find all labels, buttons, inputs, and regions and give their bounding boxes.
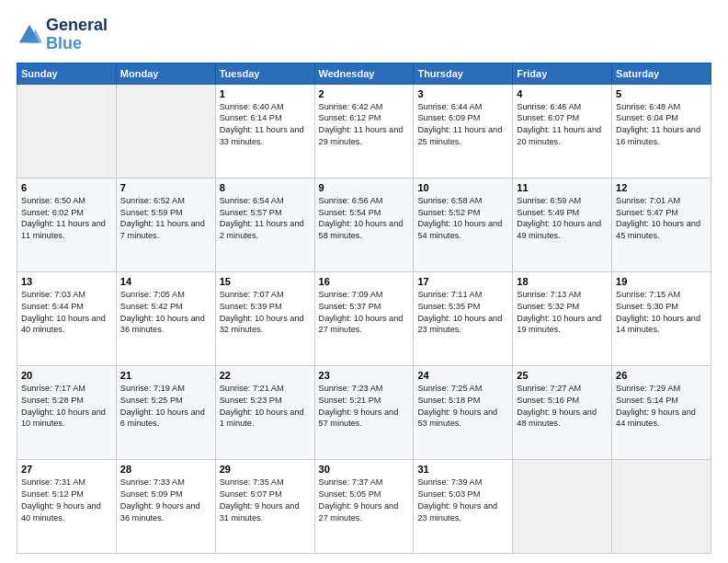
calendar-cell: 8Sunrise: 6:54 AMSunset: 5:57 PMDaylight…: [215, 178, 314, 271]
calendar-cell: 19Sunrise: 7:15 AMSunset: 5:30 PMDayligh…: [612, 271, 711, 365]
col-header-wednesday: Wednesday: [314, 63, 414, 84]
day-number: 23: [319, 370, 410, 381]
day-info: Sunrise: 6:56 AMSunset: 5:54 PMDaylight:…: [319, 195, 410, 243]
calendar-cell: 18Sunrise: 7:13 AMSunset: 5:32 PMDayligh…: [513, 271, 612, 365]
day-number: 15: [220, 276, 311, 287]
calendar-cell: 29Sunrise: 7:35 AMSunset: 5:07 PMDayligh…: [215, 459, 314, 553]
day-number: 8: [220, 182, 311, 193]
calendar-cell: 7Sunrise: 6:52 AMSunset: 5:59 PMDaylight…: [116, 178, 215, 271]
day-number: 17: [417, 276, 508, 287]
calendar-cell: 11Sunrise: 6:59 AMSunset: 5:49 PMDayligh…: [513, 178, 612, 271]
col-header-thursday: Thursday: [414, 63, 513, 84]
day-info: Sunrise: 6:44 AMSunset: 6:09 PMDaylight:…: [417, 101, 508, 149]
day-info: Sunrise: 6:46 AMSunset: 6:07 PMDaylight:…: [517, 101, 608, 149]
day-number: 31: [417, 464, 508, 475]
day-number: 21: [120, 370, 211, 381]
calendar-cell: [612, 459, 711, 553]
calendar-cell: 28Sunrise: 7:33 AMSunset: 5:09 PMDayligh…: [116, 459, 215, 553]
day-number: 28: [120, 464, 211, 475]
header: General Blue: [17, 17, 711, 53]
day-info: Sunrise: 7:11 AMSunset: 5:35 PMDaylight:…: [417, 289, 508, 337]
calendar-cell: 2Sunrise: 6:42 AMSunset: 6:12 PMDaylight…: [314, 84, 414, 178]
calendar-cell: 9Sunrise: 6:56 AMSunset: 5:54 PMDaylight…: [314, 178, 414, 271]
logo-text: General Blue: [46, 17, 108, 53]
day-number: 2: [319, 88, 410, 99]
day-info: Sunrise: 7:07 AMSunset: 5:39 PMDaylight:…: [220, 289, 311, 337]
day-info: Sunrise: 7:37 AMSunset: 5:05 PMDaylight:…: [319, 477, 410, 524]
day-info: Sunrise: 7:17 AMSunset: 5:28 PMDaylight:…: [21, 383, 112, 431]
day-number: 20: [21, 370, 112, 381]
calendar-cell: 12Sunrise: 7:01 AMSunset: 5:47 PMDayligh…: [612, 178, 711, 271]
col-header-saturday: Saturday: [612, 63, 711, 84]
day-info: Sunrise: 7:03 AMSunset: 5:44 PMDaylight:…: [21, 289, 112, 337]
logo: General Blue: [17, 17, 108, 53]
calendar-cell: 14Sunrise: 7:05 AMSunset: 5:42 PMDayligh…: [116, 271, 215, 365]
calendar-cell: 1Sunrise: 6:40 AMSunset: 6:14 PMDaylight…: [215, 84, 314, 178]
day-number: 16: [319, 276, 410, 287]
day-info: Sunrise: 7:23 AMSunset: 5:21 PMDaylight:…: [319, 383, 410, 431]
day-number: 3: [417, 88, 508, 99]
day-number: 25: [517, 370, 608, 381]
day-info: Sunrise: 7:27 AMSunset: 5:16 PMDaylight:…: [517, 383, 608, 431]
day-info: Sunrise: 6:42 AMSunset: 6:12 PMDaylight:…: [319, 101, 410, 149]
calendar-body: 1Sunrise: 6:40 AMSunset: 6:14 PMDaylight…: [17, 84, 711, 553]
calendar-cell: 21Sunrise: 7:19 AMSunset: 5:25 PMDayligh…: [116, 365, 215, 459]
calendar-cell: 22Sunrise: 7:21 AMSunset: 5:23 PMDayligh…: [215, 365, 314, 459]
day-number: 4: [517, 88, 608, 99]
day-number: 14: [120, 276, 211, 287]
calendar-cell: 10Sunrise: 6:58 AMSunset: 5:52 PMDayligh…: [414, 178, 513, 271]
day-number: 7: [120, 182, 211, 193]
day-info: Sunrise: 6:54 AMSunset: 5:57 PMDaylight:…: [220, 195, 311, 243]
col-header-sunday: Sunday: [17, 63, 117, 84]
day-number: 9: [319, 182, 410, 193]
day-number: 26: [616, 370, 707, 381]
day-info: Sunrise: 7:31 AMSunset: 5:12 PMDaylight:…: [21, 477, 112, 524]
calendar-cell: 4Sunrise: 6:46 AMSunset: 6:07 PMDaylight…: [513, 84, 612, 178]
calendar-cell: 13Sunrise: 7:03 AMSunset: 5:44 PMDayligh…: [17, 271, 117, 365]
calendar-cell: [116, 84, 215, 178]
day-info: Sunrise: 6:40 AMSunset: 6:14 PMDaylight:…: [220, 101, 311, 149]
calendar-table: SundayMondayTuesdayWednesdayThursdayFrid…: [17, 63, 711, 554]
day-info: Sunrise: 6:52 AMSunset: 5:59 PMDaylight:…: [120, 195, 211, 243]
day-info: Sunrise: 7:39 AMSunset: 5:03 PMDaylight:…: [417, 477, 508, 524]
calendar-cell: 26Sunrise: 7:29 AMSunset: 5:14 PMDayligh…: [612, 365, 711, 459]
day-info: Sunrise: 7:35 AMSunset: 5:07 PMDaylight:…: [220, 477, 311, 524]
calendar-cell: 5Sunrise: 6:48 AMSunset: 6:04 PMDaylight…: [612, 84, 711, 178]
day-number: 18: [517, 276, 608, 287]
calendar-cell: 16Sunrise: 7:09 AMSunset: 5:37 PMDayligh…: [314, 271, 414, 365]
calendar-cell: 20Sunrise: 7:17 AMSunset: 5:28 PMDayligh…: [17, 365, 117, 459]
day-number: 27: [21, 464, 112, 475]
calendar-cell: 24Sunrise: 7:25 AMSunset: 5:18 PMDayligh…: [414, 365, 513, 459]
day-info: Sunrise: 7:33 AMSunset: 5:09 PMDaylight:…: [120, 477, 211, 524]
day-number: 12: [616, 182, 707, 193]
header-row: SundayMondayTuesdayWednesdayThursdayFrid…: [17, 63, 711, 84]
day-number: 10: [417, 182, 508, 193]
calendar-cell: [513, 459, 612, 553]
day-number: 30: [319, 464, 410, 475]
calendar-cell: [17, 84, 117, 178]
col-header-friday: Friday: [513, 63, 612, 84]
day-info: Sunrise: 7:19 AMSunset: 5:25 PMDaylight:…: [120, 383, 211, 431]
page: General Blue SundayMondayTuesdayWednesda…: [0, 0, 728, 563]
week-row-1: 6Sunrise: 6:50 AMSunset: 6:02 PMDaylight…: [17, 178, 711, 271]
calendar-cell: 31Sunrise: 7:39 AMSunset: 5:03 PMDayligh…: [414, 459, 513, 553]
day-number: 11: [517, 182, 608, 193]
day-number: 29: [220, 464, 311, 475]
day-info: Sunrise: 7:05 AMSunset: 5:42 PMDaylight:…: [120, 289, 211, 337]
day-number: 22: [220, 370, 311, 381]
day-info: Sunrise: 7:01 AMSunset: 5:47 PMDaylight:…: [616, 195, 707, 243]
day-number: 13: [21, 276, 112, 287]
day-info: Sunrise: 7:21 AMSunset: 5:23 PMDaylight:…: [220, 383, 311, 431]
calendar-cell: 27Sunrise: 7:31 AMSunset: 5:12 PMDayligh…: [17, 459, 117, 553]
calendar-cell: 25Sunrise: 7:27 AMSunset: 5:16 PMDayligh…: [513, 365, 612, 459]
day-number: 6: [21, 182, 112, 193]
day-info: Sunrise: 6:58 AMSunset: 5:52 PMDaylight:…: [417, 195, 508, 243]
day-number: 5: [616, 88, 707, 99]
calendar-cell: 6Sunrise: 6:50 AMSunset: 6:02 PMDaylight…: [17, 178, 117, 271]
calendar-cell: 15Sunrise: 7:07 AMSunset: 5:39 PMDayligh…: [215, 271, 314, 365]
week-row-3: 20Sunrise: 7:17 AMSunset: 5:28 PMDayligh…: [17, 365, 711, 459]
day-info: Sunrise: 7:09 AMSunset: 5:37 PMDaylight:…: [319, 289, 410, 337]
day-info: Sunrise: 7:13 AMSunset: 5:32 PMDaylight:…: [517, 289, 608, 337]
week-row-4: 27Sunrise: 7:31 AMSunset: 5:12 PMDayligh…: [17, 459, 711, 553]
col-header-monday: Monday: [116, 63, 215, 84]
